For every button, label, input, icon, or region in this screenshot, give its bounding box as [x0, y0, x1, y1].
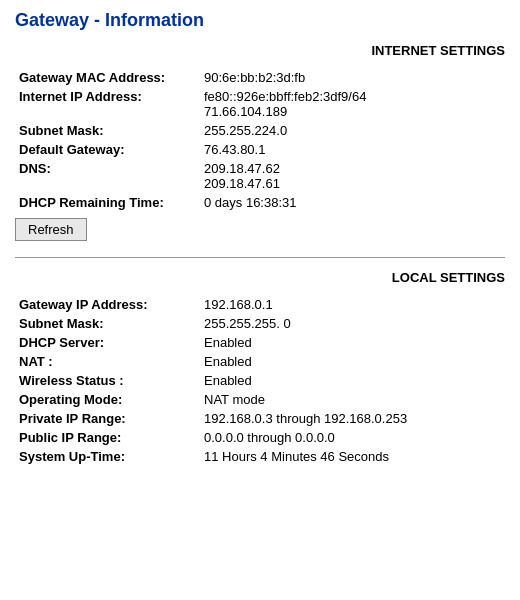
section-divider	[15, 257, 505, 258]
field-label: Private IP Range:	[15, 409, 200, 428]
table-row: NAT :Enabled	[15, 352, 505, 371]
field-value: Enabled	[200, 352, 505, 371]
field-label: Subnet Mask:	[15, 121, 200, 140]
local-settings-section: LOCAL SETTINGS Gateway IP Address:192.16…	[15, 270, 505, 466]
field-label: Public IP Range:	[15, 428, 200, 447]
field-label: Default Gateway:	[15, 140, 200, 159]
table-row: Operating Mode:NAT mode	[15, 390, 505, 409]
field-label: Gateway IP Address:	[15, 295, 200, 314]
table-row: Gateway IP Address:192.168.0.1	[15, 295, 505, 314]
field-label: NAT :	[15, 352, 200, 371]
table-row: Private IP Range:192.168.0.3 through 192…	[15, 409, 505, 428]
field-label: DHCP Server:	[15, 333, 200, 352]
field-value: 90:6e:bb:b2:3d:fb	[200, 68, 505, 87]
internet-settings-section: INTERNET SETTINGS Gateway MAC Address:90…	[15, 43, 505, 245]
field-value: 0 days 16:38:31	[200, 193, 505, 212]
refresh-button[interactable]: Refresh	[15, 218, 87, 241]
internet-settings-header: INTERNET SETTINGS	[15, 43, 505, 62]
field-label: Subnet Mask:	[15, 314, 200, 333]
field-value: 255.255.255. 0	[200, 314, 505, 333]
table-row: DHCP Server:Enabled	[15, 333, 505, 352]
field-label: Gateway MAC Address:	[15, 68, 200, 87]
field-label: DNS:	[15, 159, 200, 193]
field-value: NAT mode	[200, 390, 505, 409]
field-label: Internet IP Address:	[15, 87, 200, 121]
field-value: fe80::926e:bbff:feb2:3df9/6471.66.104.18…	[200, 87, 505, 121]
field-value: 11 Hours 4 Minutes 46 Seconds	[200, 447, 505, 466]
field-value: Enabled	[200, 333, 505, 352]
table-row: Gateway MAC Address:90:6e:bb:b2:3d:fb	[15, 68, 505, 87]
table-row: Wireless Status :Enabled	[15, 371, 505, 390]
field-value: 255.255.224.0	[200, 121, 505, 140]
table-row: DHCP Remaining Time:0 days 16:38:31	[15, 193, 505, 212]
field-value: 192.168.0.1	[200, 295, 505, 314]
field-label: System Up-Time:	[15, 447, 200, 466]
table-row: Default Gateway:76.43.80.1	[15, 140, 505, 159]
table-row: System Up-Time:11 Hours 4 Minutes 46 Sec…	[15, 447, 505, 466]
field-value: 76.43.80.1	[200, 140, 505, 159]
table-row: Internet IP Address:fe80::926e:bbff:feb2…	[15, 87, 505, 121]
table-row: Subnet Mask:255.255.255. 0	[15, 314, 505, 333]
table-row: Subnet Mask:255.255.224.0	[15, 121, 505, 140]
field-value: 209.18.47.62209.18.47.61	[200, 159, 505, 193]
field-value: 0.0.0.0 through 0.0.0.0	[200, 428, 505, 447]
page-title: Gateway - Information	[15, 10, 505, 31]
table-row: Public IP Range:0.0.0.0 through 0.0.0.0	[15, 428, 505, 447]
local-settings-table: Gateway IP Address:192.168.0.1Subnet Mas…	[15, 295, 505, 466]
table-row: DNS:209.18.47.62209.18.47.61	[15, 159, 505, 193]
field-label: DHCP Remaining Time:	[15, 193, 200, 212]
local-settings-header: LOCAL SETTINGS	[15, 270, 505, 289]
field-label: Operating Mode:	[15, 390, 200, 409]
field-label: Wireless Status :	[15, 371, 200, 390]
field-value: Enabled	[200, 371, 505, 390]
field-value: 192.168.0.3 through 192.168.0.253	[200, 409, 505, 428]
internet-settings-table: Gateway MAC Address:90:6e:bb:b2:3d:fbInt…	[15, 68, 505, 212]
